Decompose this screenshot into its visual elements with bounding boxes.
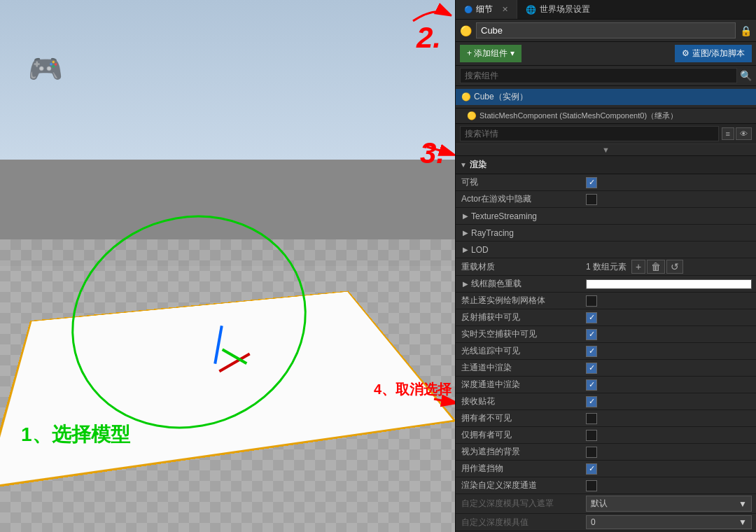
rendering-section-label: 渲染 bbox=[470, 159, 486, 171]
texture-streaming-label: TextureStreaming bbox=[471, 211, 537, 221]
prop-value-no-per-instance[interactable] bbox=[582, 294, 756, 308]
wireframe-expand-arrow[interactable]: ▶ bbox=[460, 280, 471, 288]
checkbox-visible-in-ray-tracing[interactable] bbox=[586, 346, 597, 357]
prop-value-visible-in-sky[interactable] bbox=[582, 328, 756, 342]
material-add-button[interactable]: + bbox=[631, 260, 645, 274]
search-component-input[interactable] bbox=[460, 68, 737, 83]
checkbox-custom-depth[interactable] bbox=[586, 480, 597, 491]
prop-row-render-main-pass: 主通道中渲染 bbox=[456, 360, 756, 377]
material-remove-button[interactable]: 🗑 bbox=[647, 260, 665, 274]
filter-button[interactable]: ▼ bbox=[602, 146, 610, 154]
annotation-1: 1、选择模型 bbox=[21, 421, 130, 448]
prop-value-visible-in-reflection[interactable] bbox=[582, 311, 756, 325]
prop-value-use-as-occluder[interactable] bbox=[582, 462, 756, 476]
ray-tracing-arrow: ▶ bbox=[460, 229, 471, 237]
checkbox-hidden-in-game[interactable] bbox=[586, 194, 597, 205]
prop-row-receive-decals: 接收贴花 bbox=[456, 393, 756, 410]
prop-label-custom-stencil-value: 自定义深度模具值 bbox=[456, 514, 582, 531]
prop-label-custom-depth: 渲染自定义深度通道 bbox=[456, 477, 582, 493]
actor-icon: 🟡 bbox=[460, 25, 472, 36]
checkbox-visible-in-sky[interactable] bbox=[586, 329, 597, 340]
prop-value-custom-depth[interactable] bbox=[582, 479, 756, 493]
rendering-section-header[interactable]: ▼ 渲染 bbox=[456, 156, 756, 174]
prop-value-receive-decals[interactable] bbox=[582, 395, 756, 409]
texture-streaming-arrow: ▶ bbox=[460, 212, 471, 220]
prop-label-hidden-in-game: Actor在游戏中隐藏 bbox=[456, 191, 582, 207]
prop-value-owner-no-see[interactable] bbox=[582, 428, 756, 442]
actor-name-input[interactable] bbox=[476, 22, 736, 38]
prop-label-visible-in-sky: 实时天空捕获中可见 bbox=[456, 326, 582, 342]
details-search-input[interactable] bbox=[460, 126, 719, 141]
prop-value-hidden-in-game[interactable] bbox=[582, 192, 756, 206]
checkbox-render-depth-pass[interactable] bbox=[586, 379, 597, 391]
search-component-icon: 🔍 bbox=[740, 70, 752, 81]
dropdown-custom-stencil[interactable]: 默认 ▼ bbox=[586, 496, 752, 512]
right-panel: 🔵 细节 ✕ 🌐 世界场景设置 🟡 🔒 + 添加组件 ▾ ⚙ 蓝图/添加脚本 🔍 bbox=[455, 0, 756, 532]
viewport-bg: 🎮 1、选择模型 2. 3. 4、取消选择 bbox=[0, 0, 455, 532]
checkbox-receive-decals[interactable] bbox=[586, 396, 597, 407]
prop-label-no-per-instance: 禁止逐实例绘制网格体 bbox=[456, 293, 582, 309]
world-tab-icon: 🌐 bbox=[526, 5, 536, 15]
ray-tracing-row[interactable]: ▶ RayTracing bbox=[456, 225, 756, 241]
prop-value-treat-as-background[interactable] bbox=[582, 445, 756, 459]
detail-tab-close[interactable]: ✕ bbox=[502, 5, 508, 14]
ray-tracing-label: RayTracing bbox=[471, 228, 514, 238]
stencil-value-input[interactable]: 0 ▼ bbox=[586, 515, 752, 529]
lock-icon[interactable]: 🔒 bbox=[740, 25, 752, 36]
lod-row[interactable]: ▶ LOD bbox=[456, 241, 756, 258]
prop-label-wireframe-color: 线框颜色重载 bbox=[471, 278, 522, 290]
prop-label-owner-no-see: 仅拥有者可见 bbox=[456, 427, 582, 443]
wireframe-color-bar[interactable] bbox=[586, 279, 752, 289]
material-reset-button[interactable]: ↺ bbox=[666, 260, 683, 274]
prop-value-custom-stencil-value[interactable]: 0 ▼ bbox=[582, 514, 756, 531]
prop-value-render-main-pass[interactable] bbox=[582, 361, 756, 375]
prop-label-visible: 可视 bbox=[456, 174, 582, 190]
prop-label-treat-as-background: 视为遮挡的背景 bbox=[456, 444, 582, 460]
stencil-value-text: 0 bbox=[591, 517, 596, 527]
texture-streaming-row[interactable]: ▶ TextureStreaming bbox=[456, 208, 756, 225]
rendering-section-arrow: ▼ bbox=[460, 161, 467, 169]
add-component-button[interactable]: + 添加组件 ▾ bbox=[460, 45, 522, 62]
checkbox-hidden-to-owner[interactable] bbox=[586, 413, 597, 424]
prop-label-use-as-occluder: 用作遮挡物 bbox=[456, 461, 582, 477]
component-tree: 🟡 Cube（实例） bbox=[456, 86, 756, 108]
prop-value-render-depth-pass[interactable] bbox=[582, 378, 756, 392]
list-view-button[interactable]: ≡ bbox=[722, 127, 734, 140]
checkbox-render-main-pass[interactable] bbox=[586, 363, 597, 374]
prop-row-wireframe-color: ▶ 线框颜色重载 bbox=[456, 276, 756, 293]
prop-value-visible[interactable] bbox=[582, 176, 756, 190]
static-mesh-label: StaticMeshComponent (StaticMeshComponent… bbox=[479, 111, 678, 121]
prop-label-render-depth-pass: 深度通道中渲染 bbox=[456, 377, 582, 393]
view-icons: ≡ 👁 bbox=[722, 127, 752, 140]
prop-value-override-material: 1 数组元素 + 🗑 ↺ bbox=[582, 258, 756, 275]
checkbox-use-as-occluder[interactable] bbox=[586, 463, 597, 475]
cube-tree-icon: 🟡 bbox=[461, 92, 471, 102]
prop-value-custom-stencil-write[interactable]: 默认 ▼ bbox=[582, 494, 756, 513]
main-layout: 🎮 1、选择模型 2. 3. 4、取消选择 bbox=[0, 0, 756, 532]
detail-tab-icon: 🔵 bbox=[464, 6, 472, 13]
prop-value-wireframe-color[interactable] bbox=[582, 278, 756, 290]
prop-value-visible-in-ray-tracing[interactable] bbox=[582, 344, 756, 358]
tab-world[interactable]: 🌐 世界场景设置 bbox=[517, 0, 598, 19]
eye-button[interactable]: 👁 bbox=[736, 127, 752, 140]
prop-row-hidden-in-game: Actor在游戏中隐藏 bbox=[456, 191, 756, 208]
prop-label-render-main-pass: 主通道中渲染 bbox=[456, 360, 582, 376]
checkbox-visible-in-reflection[interactable] bbox=[586, 312, 597, 323]
prop-label-hidden-to-owner: 拥有者不可见 bbox=[456, 410, 582, 426]
checkbox-treat-as-background[interactable] bbox=[586, 447, 597, 458]
filter-row: ▼ bbox=[456, 144, 756, 156]
checkbox-no-per-instance[interactable] bbox=[586, 295, 597, 307]
prop-row-custom-depth: 渲染自定义深度通道 bbox=[456, 477, 756, 494]
checkbox-visible[interactable] bbox=[586, 177, 597, 188]
prop-row-visible-in-ray-tracing: 光线追踪中可见 bbox=[456, 343, 756, 360]
tree-item-cube[interactable]: 🟡 Cube（实例） bbox=[456, 89, 756, 105]
details-search-row: ≡ 👁 bbox=[456, 124, 756, 144]
checkbox-owner-no-see[interactable] bbox=[586, 430, 597, 441]
prop-row-override-material: 重载材质 1 数组元素 + 🗑 ↺ bbox=[456, 258, 756, 276]
prop-label-custom-stencil-write: 自定义深度模具写入遮罩 bbox=[456, 496, 582, 512]
tab-detail[interactable]: 🔵 细节 ✕ bbox=[456, 0, 517, 19]
blueprint-button[interactable]: ⚙ 蓝图/添加脚本 bbox=[675, 45, 752, 62]
dropdown-value-text: 默认 bbox=[591, 498, 608, 510]
prop-value-hidden-to-owner[interactable] bbox=[582, 412, 756, 426]
prop-row-custom-stencil-value: 自定义深度模具值 0 ▼ bbox=[456, 514, 756, 531]
